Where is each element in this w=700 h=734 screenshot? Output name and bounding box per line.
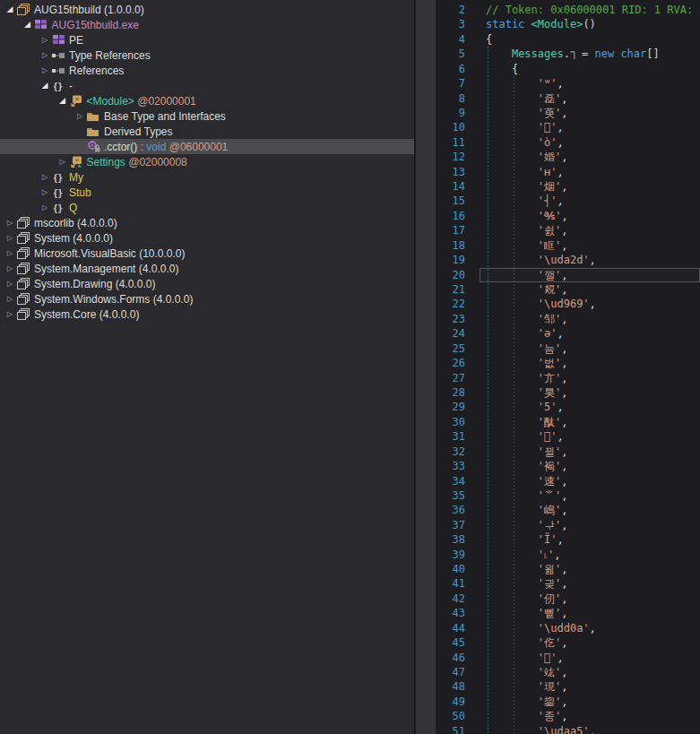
code-token: <Module> <box>531 18 583 30</box>
code-line[interactable]: 23 '邹', <box>436 312 700 326</box>
code-line[interactable]: 49 '鋆', <box>436 695 700 709</box>
tree-row[interactable]: ▷{}My <box>0 169 414 185</box>
code-line[interactable]: 41 '긪', <box>436 576 700 591</box>
code-line[interactable]: 19 '\uda2d', <box>436 253 700 267</box>
tree-row[interactable]: ▷{}Stub <box>0 185 414 200</box>
code-line[interactable]: 5 Messages.ๅ = new char[] <box>436 47 700 61</box>
code-token: '⺌' <box>538 489 561 502</box>
collapse-arrow-icon[interactable]: ◢ <box>22 17 34 32</box>
expand-arrow-icon[interactable]: ▷ <box>39 47 51 63</box>
collapse-arrow-icon[interactable]: ◢ <box>4 2 16 17</box>
tree-row[interactable]: ▷{}Q <box>0 200 414 215</box>
code-line[interactable]: 4{ <box>436 32 700 47</box>
code-line[interactable]: 33 '褐', <box>436 459 700 473</box>
tree-row[interactable]: ▷Settings @02000008 <box>0 154 414 169</box>
collapse-arrow-icon[interactable]: ◢ <box>39 78 51 93</box>
code-line[interactable]: 12 '婚', <box>436 150 700 164</box>
expand-arrow-icon[interactable]: ▷ <box>39 185 51 200</box>
code-line[interactable]: 21 '覢', <box>436 282 700 297</box>
code-line[interactable]: 27 '亣', <box>436 371 700 385</box>
expand-arrow-icon[interactable]: ▷ <box>4 307 16 322</box>
code-line[interactable]: 25 '늠', <box>436 341 700 356</box>
code-token: '\ud969' <box>538 298 590 310</box>
code-line[interactable]: 13 'ʜ', <box>436 165 700 179</box>
code-line[interactable]: 47 '竑', <box>436 665 700 679</box>
code-line[interactable]: 15 '┤', <box>436 194 700 208</box>
expand-arrow-icon[interactable]: ▷ <box>56 154 69 169</box>
code-line[interactable]: 20 '깰', <box>436 268 700 282</box>
code-line[interactable]: 26 '벖', <box>436 356 700 370</box>
tree-row[interactable]: ▷System (4.0.0.0) <box>0 230 414 246</box>
code-line[interactable]: 48 '現', <box>436 679 700 694</box>
code-token <box>486 636 538 649</box>
expand-arrow-icon[interactable]: ▷ <box>39 63 51 78</box>
code-line[interactable]: 50 '종', <box>436 709 700 723</box>
code-line[interactable]: 43 '뼅', <box>436 606 700 620</box>
code-line[interactable]: 37 'ᅷ', <box>436 518 700 532</box>
expand-arrow-icon[interactable]: ▷ <box>4 261 16 276</box>
tree-row[interactable]: ◢{}- <box>0 78 414 93</box>
code-line[interactable]: 45 '仡', <box>436 635 700 650</box>
code-line[interactable]: 51 '\udaa5', <box>436 724 700 734</box>
expand-arrow-icon[interactable]: ▷ <box>4 246 16 261</box>
code-line[interactable]: 29 '5', <box>436 400 700 414</box>
tree-row[interactable]: ▷System.Drawing (4.0.0.0) <box>0 276 414 291</box>
tree-row[interactable]: ▷PE <box>0 32 414 47</box>
tree-row[interactable]: ▷References <box>0 63 414 78</box>
collapse-arrow-icon[interactable]: ◢ <box>56 93 69 108</box>
code-line[interactable]: 24 'ə', <box>436 326 700 341</box>
code-line[interactable]: 8 '磊', <box>436 91 700 106</box>
tree-row[interactable]: ▷System.Windows.Forms (4.0.0.0) <box>0 291 414 307</box>
tree-row[interactable]: ▷System.Management (4.0.0.0) <box>0 261 414 276</box>
code-editor-pane[interactable]: 2// Token: 0x06000001 RID: 1 RVA: 3stati… <box>436 0 700 734</box>
tree-row[interactable]: ◢<Module> @02000001 <box>0 93 414 108</box>
line-number: 11 <box>436 135 465 150</box>
code-line[interactable]: 14 '烟', <box>436 179 700 194</box>
tree-row[interactable]: .cctor() : void @06000001 <box>0 139 414 154</box>
code-line[interactable]: 2// Token: 0x06000001 RID: 1 RVA: <box>436 3 700 17</box>
code-line[interactable]: 6 { <box>436 62 700 76</box>
code-token: '亣' <box>538 372 561 384</box>
code-text: '速', <box>486 474 567 488</box>
tree-row[interactable]: ▷mscorlib (4.0.0.0) <box>0 215 414 230</box>
code-line[interactable]: 31 '', <box>436 429 700 444</box>
expand-arrow-icon[interactable]: ▷ <box>39 32 51 47</box>
expand-arrow-icon[interactable]: ▷ <box>4 276 16 291</box>
code-line[interactable]: 10 '', <box>436 120 700 134</box>
breakpoint-margin[interactable] <box>416 0 436 734</box>
code-line[interactable]: 40 '욂', <box>436 562 700 576</box>
expand-arrow-icon[interactable]: ▷ <box>4 230 16 246</box>
tree-row[interactable]: ▷System.Core (4.0.0.0) <box>0 307 414 322</box>
code-line[interactable]: 7 'ʷ', <box>436 76 700 91</box>
tree-row[interactable]: ▷Type References <box>0 47 414 63</box>
code-line[interactable]: 39 '˪', <box>436 548 700 562</box>
code-line[interactable]: 30 '酞', <box>436 415 700 429</box>
code-line[interactable]: 3static <Module>() <box>436 17 700 31</box>
code-line[interactable]: 46 '', <box>436 651 700 665</box>
code-line[interactable]: 9 '萸', <box>436 106 700 120</box>
code-line[interactable]: 36 '嶋', <box>436 503 700 517</box>
code-line[interactable]: 38 'Ĩ', <box>436 532 700 547</box>
code-line[interactable]: 35 '⺌', <box>436 488 700 503</box>
tree-row[interactable]: Derived Types <box>0 124 414 139</box>
tree-row[interactable]: ▷Microsoft.VisualBasic (10.0.0.0) <box>0 246 414 261</box>
code-line[interactable]: 44 '\udd0a', <box>436 621 700 635</box>
code-line[interactable]: 28 '昊', <box>436 385 700 400</box>
code-line[interactable]: 34 '速', <box>436 474 700 488</box>
code-line[interactable]: 22 '\ud969', <box>436 297 700 311</box>
expand-arrow-icon[interactable]: ▷ <box>4 215 16 230</box>
expand-arrow-icon[interactable]: ▷ <box>73 108 86 124</box>
code-line[interactable]: 42 '仞', <box>436 592 700 606</box>
expand-arrow-icon[interactable]: ▷ <box>39 169 51 185</box>
code-line[interactable]: 32 '뀔', <box>436 445 700 459</box>
code-line[interactable]: 18 '眶', <box>436 238 700 253</box>
code-line[interactable]: 11 'ò', <box>436 135 700 150</box>
tree-row[interactable]: ▷Base Type and Interfaces <box>0 108 414 124</box>
tree-row[interactable]: ◢AUG15thbuild.exe <box>0 17 414 32</box>
tree-row[interactable]: ◢AUG15thbuild (1.0.0.0) <box>0 2 414 17</box>
code-line[interactable]: 17 '쇬', <box>436 223 700 237</box>
code-line[interactable]: 16 '℁', <box>436 209 700 223</box>
assembly-icon <box>16 263 30 275</box>
expand-arrow-icon[interactable]: ▷ <box>39 200 51 215</box>
expand-arrow-icon[interactable]: ▷ <box>4 291 16 307</box>
